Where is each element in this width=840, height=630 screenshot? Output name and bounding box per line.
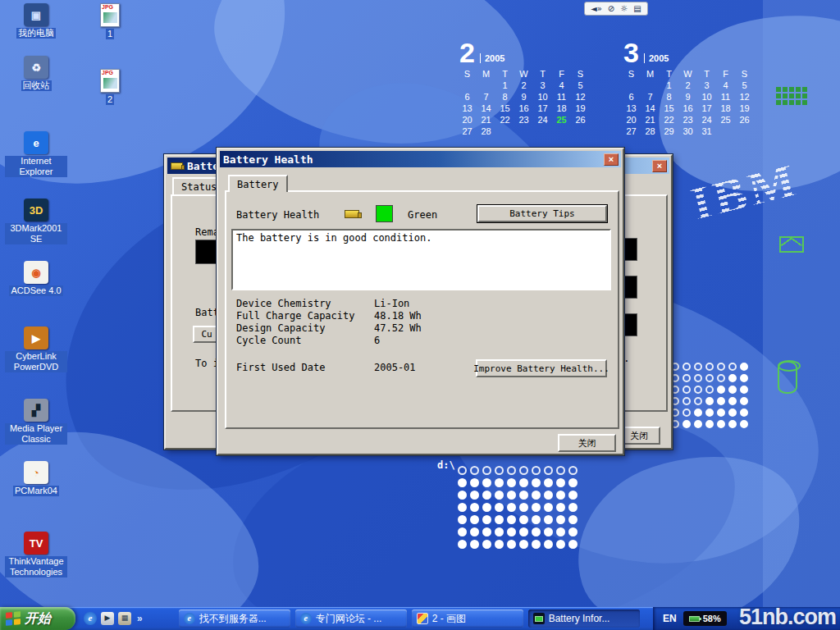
calendar-day: 12 [571, 92, 590, 103]
dot [728, 409, 737, 417]
desktop-icon-internet-explorer[interactable]: eInternet Explorer [5, 131, 67, 177]
desktop-icon-pcmark04[interactable]: ◔PCMark04 [5, 461, 67, 496]
condition-textbox[interactable]: The battery is in good condition. [231, 229, 611, 290]
dot [532, 466, 541, 475]
tab-battery[interactable]: Battery [228, 175, 288, 192]
keyboard-key [789, 94, 794, 98]
task-label: 专门网论坛 - ... [316, 612, 382, 626]
calendar-dow: W [678, 69, 697, 80]
dot [717, 409, 725, 417]
keyboard-key [802, 100, 807, 105]
battery-tips-button[interactable]: Battery Tips [477, 205, 607, 222]
tray-battery-indicator[interactable]: 58% [683, 611, 727, 626]
taskbar-task-2[interactable]: e专门网论坛 - ... [295, 609, 407, 628]
calendar-day: 31 [697, 126, 716, 138]
taskbar-task-4[interactable]: Battery Infor... [528, 609, 640, 628]
battery-health-dialog: Battery Health × Battery Battery Health … [217, 148, 624, 455]
language-indicator[interactable]: EN [663, 613, 677, 624]
dot [694, 363, 702, 371]
cyberlink-powerdvd-icon: ▶ [24, 326, 48, 349]
media-player-icon[interactable]: ▶ [101, 612, 114, 625]
dot [482, 503, 491, 512]
dot [458, 515, 467, 524]
desktop-icon-cyberlink-powerdvd[interactable]: ▶CyberLink PowerDVD [5, 326, 67, 372]
dot [544, 527, 553, 536]
dot [482, 540, 491, 549]
desktop-icon-media-player-classic[interactable]: ▞Media Player Classic [5, 399, 67, 445]
desktop-icon-recycle-bin[interactable]: ♻回收站 [5, 56, 67, 91]
dot [568, 527, 578, 536]
calendar-day: 29 [660, 126, 678, 138]
calendar-day: 15 [495, 103, 514, 115]
dialog-close-button[interactable]: 关闭 [558, 434, 616, 452]
desktop-icon-acdsee-40[interactable]: ◉ACDSee 4.0 [5, 261, 67, 296]
dot [740, 363, 748, 371]
desktop-file-1[interactable]: JPG1 [79, 3, 141, 39]
calendar-day: 26 [735, 115, 754, 126]
dot [694, 386, 702, 394]
start-button[interactable]: 开始 [0, 607, 75, 630]
acdsee-40-icon: ◉ [24, 261, 48, 284]
field-row: Full Charge Capacity48.18 Wh [236, 310, 422, 322]
calendar-grid: SMTWTFS123456789101112131415161718192021… [622, 69, 754, 138]
calendar-day: 13 [622, 103, 641, 115]
desktop-file-2[interactable]: JPG2 [79, 69, 141, 105]
calendar-day: 24 [697, 115, 716, 126]
dot [495, 515, 504, 524]
calendar-day: 20 [622, 115, 641, 126]
dialog-titlebar[interactable]: Battery Health × [220, 151, 621, 167]
dot [556, 466, 565, 475]
task-label: 2 - 画图 [432, 612, 466, 626]
desktop-icon-my-computer[interactable]: ▣我的电脑 [5, 3, 67, 39]
calendar-day: 16 [678, 103, 697, 115]
calendar-day: 11 [552, 92, 571, 103]
dot [568, 540, 578, 549]
calendar-day: 8 [660, 92, 678, 103]
calendar-day: 6 [458, 92, 477, 103]
calendar-day [571, 126, 590, 138]
calendar-dow: S [571, 69, 590, 80]
dot [544, 540, 553, 549]
desktop-icon-3dmark2001-se[interactable]: 3D3DMark2001 SE [5, 199, 67, 244]
keyboard-key [796, 100, 801, 105]
dialog-title: Battery Health [223, 153, 313, 166]
calendar-dow: S [735, 69, 754, 80]
desktop-icon-label: 1 [106, 29, 114, 39]
battery-icon [533, 613, 545, 624]
improve-battery-health-button[interactable]: Improve Battery Health... [476, 359, 607, 377]
calendar-day: 9 [514, 92, 533, 103]
internet-explorer-icon[interactable]: e [84, 612, 97, 625]
field-row: Cycle Count6 [236, 335, 422, 347]
close-icon[interactable]: × [604, 153, 619, 166]
dot [532, 515, 541, 524]
dot [470, 466, 479, 475]
show-desktop-icon[interactable]: ▦ [118, 612, 131, 625]
calendar-day: 21 [641, 115, 660, 126]
chevron-icon[interactable]: » [135, 613, 143, 624]
dot [682, 374, 691, 382]
dot [694, 397, 702, 405]
taskbar-task-1[interactable]: e找不到服务器... [179, 609, 290, 628]
dot [507, 491, 516, 500]
volume-icon: ◄» [591, 4, 602, 13]
calendar-day: 22 [660, 115, 678, 126]
keyboard-key [802, 94, 807, 98]
calendar-day [641, 80, 660, 92]
numlock-icon: ▤ [633, 4, 641, 13]
desktop-icon-thinkvantage-technologies[interactable]: TVThinkVantage Technologies [5, 532, 67, 578]
calendar-dow: T [495, 69, 514, 80]
taskbar-task-3[interactable]: 2 - 画图 [412, 609, 523, 628]
dot [519, 515, 528, 524]
calendar-month: 3 [623, 41, 639, 64]
calendar-day: 10 [697, 92, 716, 103]
dot [682, 397, 691, 405]
calendar-day [716, 126, 735, 138]
dot [482, 466, 491, 475]
dot [470, 515, 479, 524]
close-icon[interactable]: × [652, 160, 667, 172]
calendar-dow: S [458, 69, 477, 80]
calendar-day: 23 [678, 115, 697, 126]
calendar-day [533, 126, 552, 138]
dot [507, 515, 516, 524]
calendar-day: 18 [716, 103, 735, 115]
